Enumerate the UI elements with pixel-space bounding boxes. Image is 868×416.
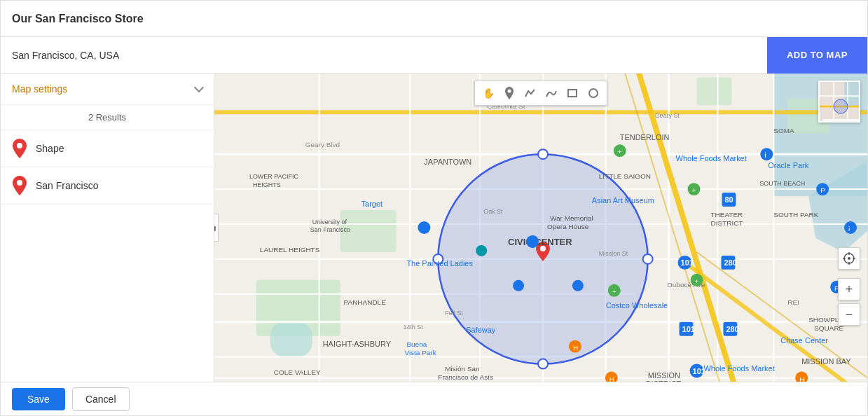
page-title: Our San Francisco Store bbox=[12, 13, 144, 25]
svg-text:DISTRICT: DISTRICT bbox=[646, 380, 682, 382]
svg-text:Geary Blvd: Geary Blvd bbox=[305, 141, 340, 148]
results-count: 2 Results bbox=[1, 105, 214, 130]
main-content: Map settings 2 Results Shape San Fran bbox=[1, 74, 867, 382]
cancel-button[interactable]: Cancel bbox=[72, 387, 130, 411]
svg-text:Oracle Park: Oracle Park bbox=[768, 161, 808, 169]
pin-icon-shape bbox=[12, 139, 27, 158]
map-toolbar: ✋ bbox=[474, 81, 607, 106]
svg-point-106 bbox=[844, 221, 857, 234]
svg-text:PANHANDLE: PANHANDLE bbox=[344, 298, 387, 306]
pin-icon-sf bbox=[12, 176, 27, 195]
svg-text:CIVIC CENTER: CIVIC CENTER bbox=[508, 237, 572, 247]
result-item-san-francisco[interactable]: San Francisco bbox=[1, 167, 214, 204]
title-bar: Our San Francisco Store bbox=[1, 1, 867, 37]
app-container: Our San Francisco Store ADD TO MAP Map s… bbox=[0, 0, 868, 416]
svg-text:SOMA: SOMA bbox=[773, 127, 794, 134]
svg-point-156 bbox=[848, 257, 850, 260]
svg-text:+: + bbox=[618, 148, 622, 155]
svg-text:Mission St: Mission St bbox=[599, 250, 628, 257]
svg-rect-8 bbox=[697, 77, 732, 105]
svg-point-0 bbox=[17, 143, 22, 148]
svg-text:HEIGHTS: HEIGHTS bbox=[253, 181, 281, 188]
svg-text:Chase Center: Chase Center bbox=[780, 336, 828, 345]
svg-text:SOUTH BEACH: SOUTH BEACH bbox=[759, 180, 805, 187]
sidebar: Map settings 2 Results Shape San Fran bbox=[1, 74, 214, 382]
svg-text:Misión San: Misión San bbox=[445, 365, 479, 373]
svg-point-121 bbox=[418, 221, 430, 234]
zoom-out-button[interactable]: − bbox=[838, 303, 860, 326]
toolbar-curve-tool[interactable] bbox=[542, 84, 560, 102]
svg-text:101: 101 bbox=[681, 258, 694, 267]
svg-text:Safeway: Safeway bbox=[466, 326, 496, 334]
map-settings-label: Map settings bbox=[12, 83, 67, 95]
svg-rect-9 bbox=[270, 322, 312, 357]
svg-point-153 bbox=[834, 99, 848, 113]
svg-point-35 bbox=[643, 254, 653, 264]
svg-text:+: + bbox=[695, 277, 699, 285]
svg-text:Whole Foods Market: Whole Foods Market bbox=[676, 154, 747, 162]
thumbnail-map bbox=[820, 82, 860, 123]
location-icon bbox=[843, 252, 855, 265]
collapse-sidebar-button[interactable]: ◀ bbox=[214, 214, 219, 242]
toolbar-pin-tool[interactable] bbox=[500, 84, 518, 102]
search-bar: ADD TO MAP bbox=[1, 37, 867, 74]
svg-text:War Memorial: War Memorial bbox=[550, 214, 593, 222]
toolbar-hand-tool[interactable]: ✋ bbox=[479, 84, 497, 102]
result-item-shape[interactable]: Shape bbox=[1, 130, 214, 167]
svg-text:101: 101 bbox=[682, 325, 695, 333]
svg-text:101: 101 bbox=[693, 367, 705, 375]
search-input[interactable] bbox=[12, 37, 767, 73]
svg-text:+: + bbox=[692, 186, 696, 194]
svg-rect-154 bbox=[822, 119, 859, 123]
svg-text:280: 280 bbox=[726, 325, 738, 333]
map-settings-toggle[interactable]: Map settings bbox=[1, 74, 214, 105]
svg-text:14th St: 14th St bbox=[403, 324, 423, 331]
zoom-in-button[interactable]: + bbox=[838, 278, 860, 300]
svg-text:80: 80 bbox=[724, 195, 733, 204]
svg-text:LITTLE SAIGON: LITTLE SAIGON bbox=[599, 172, 651, 180]
svg-point-123 bbox=[513, 280, 524, 291]
svg-point-33 bbox=[538, 359, 548, 369]
svg-text:THEATER: THEATER bbox=[710, 211, 743, 219]
save-button[interactable]: Save bbox=[12, 388, 65, 410]
svg-point-98 bbox=[760, 148, 773, 160]
toolbar-circle-tool[interactable] bbox=[584, 84, 602, 102]
map-thumbnail[interactable] bbox=[818, 81, 860, 123]
svg-text:University of: University of bbox=[312, 219, 347, 226]
svg-text:P: P bbox=[820, 186, 825, 194]
svg-text:LOWER PACIFIC: LOWER PACIFIC bbox=[249, 173, 299, 180]
svg-text:Asian Art Museum: Asian Art Museum bbox=[592, 196, 654, 204]
svg-text:H: H bbox=[573, 344, 578, 352]
svg-point-32 bbox=[538, 149, 548, 159]
location-button[interactable] bbox=[838, 247, 860, 270]
svg-point-146 bbox=[589, 89, 598, 97]
svg-text:SOUTH PARK: SOUTH PARK bbox=[773, 211, 818, 219]
svg-text:280: 280 bbox=[724, 258, 736, 267]
svg-text:TENDERLOIN: TENDERLOIN bbox=[620, 133, 670, 141]
svg-text:MISSION: MISSION bbox=[648, 371, 680, 380]
svg-text:HAIGHT-ASHBURY: HAIGHT-ASHBURY bbox=[323, 340, 392, 348]
svg-text:DISTRICT: DISTRICT bbox=[710, 219, 743, 227]
toolbar-line-tool[interactable] bbox=[521, 84, 539, 102]
svg-point-124 bbox=[572, 280, 584, 291]
svg-text:The Painted Ladies: The Painted Ladies bbox=[406, 259, 473, 268]
svg-point-144 bbox=[508, 90, 511, 93]
svg-text:H: H bbox=[799, 375, 804, 382]
svg-point-122 bbox=[476, 245, 487, 256]
map-area[interactable]: California St Geary Blvd LOWER PACIFIC H… bbox=[214, 74, 867, 382]
chevron-down-icon bbox=[194, 83, 204, 92]
result-label-sf: San Francisco bbox=[36, 180, 98, 191]
collapse-arrow-icon: ◀ bbox=[214, 224, 216, 232]
svg-text:i: i bbox=[848, 225, 850, 233]
svg-text:Whole Foods Market: Whole Foods Market bbox=[704, 364, 775, 373]
svg-text:+: + bbox=[612, 288, 616, 296]
add-to-map-button[interactable]: ADD TO MAP bbox=[767, 37, 867, 74]
svg-text:San Francisco: San Francisco bbox=[310, 226, 350, 233]
svg-point-120 bbox=[526, 235, 539, 248]
map-background: California St Geary Blvd LOWER PACIFIC H… bbox=[214, 74, 867, 382]
svg-text:Oak St: Oak St bbox=[483, 208, 503, 215]
svg-text:i: i bbox=[764, 151, 766, 159]
svg-text:COLE VALLEY: COLE VALLEY bbox=[274, 368, 321, 376]
svg-text:Vista Park: Vista Park bbox=[404, 349, 436, 356]
toolbar-rect-tool[interactable] bbox=[563, 84, 581, 102]
